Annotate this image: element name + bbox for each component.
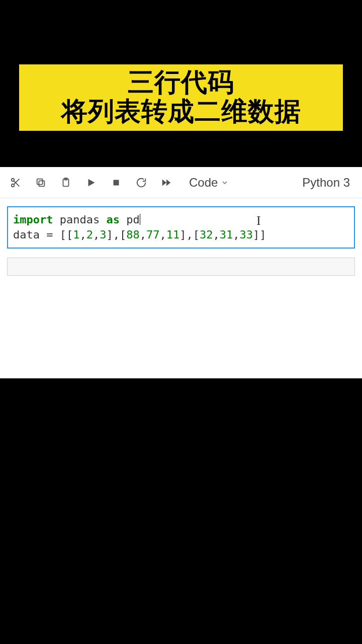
- code-cell-2[interactable]: [7, 258, 355, 276]
- cells-area: import pandas as pd data = [[1,2,3],[88,…: [0, 198, 362, 276]
- title-banner: 三行代码 将列表转成二维数据: [19, 64, 343, 131]
- copy-button[interactable]: [28, 172, 53, 193]
- fast-forward-button[interactable]: [154, 172, 179, 193]
- code-cell-1[interactable]: import pandas as pd data = [[1,2,3],[88,…: [7, 206, 355, 249]
- stop-button[interactable]: [104, 172, 129, 193]
- svg-rect-9: [114, 180, 119, 185]
- toolbar: Code Python 3: [0, 167, 362, 198]
- run-button[interactable]: [78, 172, 104, 193]
- kernel-name[interactable]: Python 3: [302, 176, 359, 190]
- restart-button[interactable]: [129, 172, 154, 193]
- cell-type-select[interactable]: Code: [185, 176, 233, 190]
- code-editor[interactable]: import pandas as pd data = [[1,2,3],[88,…: [8, 207, 354, 248]
- banner-line-2: 将列表转成二维数据: [19, 97, 343, 126]
- ibeam-cursor-icon: I: [256, 213, 261, 228]
- jupyter-notebook: Code Python 3 import pandas as pd data =…: [0, 167, 362, 378]
- svg-point-1: [12, 184, 15, 187]
- svg-marker-11: [166, 179, 170, 186]
- cell-type-label: Code: [189, 176, 218, 190]
- cut-button[interactable]: [3, 172, 28, 193]
- svg-point-0: [12, 178, 15, 181]
- svg-marker-8: [88, 179, 95, 186]
- svg-marker-10: [162, 179, 166, 186]
- text-cursor-icon: [140, 214, 140, 225]
- banner-line-1: 三行代码: [19, 67, 343, 97]
- svg-rect-4: [39, 181, 44, 186]
- chevron-down-icon: [221, 179, 229, 187]
- svg-rect-5: [37, 179, 43, 184]
- paste-button[interactable]: [53, 172, 78, 193]
